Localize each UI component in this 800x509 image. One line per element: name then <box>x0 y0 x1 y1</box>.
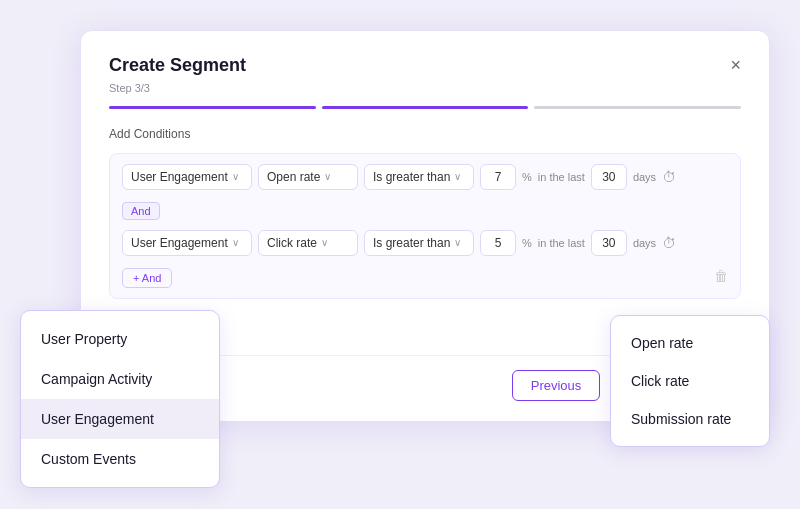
clock-icon-2: ⏱ <box>662 235 676 251</box>
days-label-row1: days <box>633 171 656 183</box>
condition-block-1: User Engagement ∨ Open rate ∨ Is greater… <box>109 153 741 299</box>
progress-step-1 <box>109 106 316 109</box>
chevron-icon: ∨ <box>232 237 239 248</box>
condition-row-1: User Engagement ∨ Open rate ∨ Is greater… <box>122 164 728 190</box>
dropdown-item-user-property[interactable]: User Property <box>21 319 219 359</box>
delete-icon[interactable]: 🗑 <box>714 268 728 284</box>
days-value-row1-input[interactable] <box>591 164 627 190</box>
section-label: Add Conditions <box>109 127 741 141</box>
field1-row1-select[interactable]: User Engagement ∨ <box>122 164 252 190</box>
field3-row1-select[interactable]: Is greater than ∨ <box>364 164 474 190</box>
step-indicator: Step 3/3 <box>109 82 741 94</box>
dropdown-item-custom-events[interactable]: Custom Events <box>21 439 219 479</box>
progress-bar <box>109 106 741 109</box>
right-dropdown: Open rate Click rate Submission rate <box>610 315 770 447</box>
value-row2-input[interactable] <box>480 230 516 256</box>
days-label-row2: days <box>633 237 656 249</box>
progress-step-3 <box>534 106 741 109</box>
field2-row2-select[interactable]: Click rate ∨ <box>258 230 358 256</box>
and-label: And <box>122 202 160 220</box>
previous-button[interactable]: Previous <box>512 370 601 401</box>
progress-step-2 <box>322 106 529 109</box>
dropdown-item-campaign-activity[interactable]: Campaign Activity <box>21 359 219 399</box>
dropdown-item-submission-rate[interactable]: Submission rate <box>611 400 769 438</box>
chevron-icon: ∨ <box>232 171 239 182</box>
field3-row2-select[interactable]: Is greater than ∨ <box>364 230 474 256</box>
left-dropdown: User Property Campaign Activity User Eng… <box>20 310 220 488</box>
chevron-icon: ∨ <box>454 237 461 248</box>
modal-title: Create Segment <box>109 55 246 76</box>
dropdown-item-click-rate[interactable]: Click rate <box>611 362 769 400</box>
add-and-button[interactable]: + And <box>122 268 172 288</box>
days-value-row2-input[interactable] <box>591 230 627 256</box>
field2-row1-select[interactable]: Open rate ∨ <box>258 164 358 190</box>
condition-row-2: User Engagement ∨ Click rate ∨ Is greate… <box>122 230 728 256</box>
in-the-last-row2: in the last <box>538 237 585 249</box>
unit-row1: % <box>522 171 532 183</box>
chevron-icon: ∨ <box>324 171 331 182</box>
field1-row2-select[interactable]: User Engagement ∨ <box>122 230 252 256</box>
unit-row2: % <box>522 237 532 249</box>
dropdown-item-open-rate[interactable]: Open rate <box>611 324 769 362</box>
close-button[interactable]: × <box>730 56 741 74</box>
dropdown-item-user-engagement[interactable]: User Engagement <box>21 399 219 439</box>
chevron-icon: ∨ <box>321 237 328 248</box>
in-the-last-row1: in the last <box>538 171 585 183</box>
chevron-icon: ∨ <box>454 171 461 182</box>
clock-icon: ⏱ <box>662 169 676 185</box>
value-row1-input[interactable] <box>480 164 516 190</box>
